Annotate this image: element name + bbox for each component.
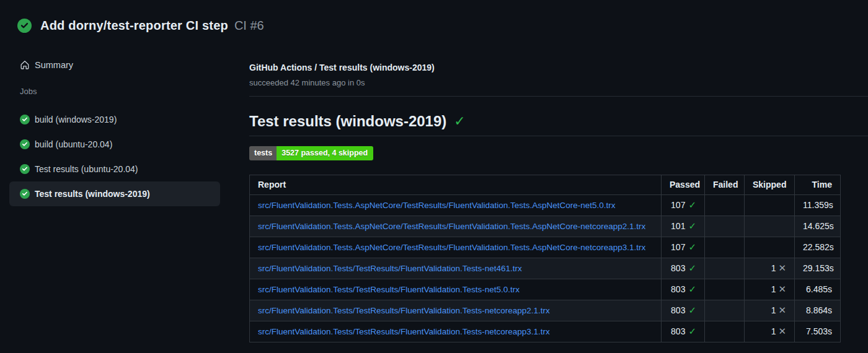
time-cell: 14.625s xyxy=(795,216,841,237)
failed-cell xyxy=(705,279,745,300)
passed-check-icon: ✓ xyxy=(688,284,696,294)
report-cell: src/FluentValidation.Tests.AspNetCore/Te… xyxy=(250,216,662,237)
passed-check-icon: ✓ xyxy=(688,263,696,273)
column-header: Failed xyxy=(705,175,745,194)
failed-cell xyxy=(705,194,745,216)
check-circle-icon xyxy=(20,164,30,174)
skipped-x-icon: ✕ xyxy=(778,284,786,294)
check-icon: ✓ xyxy=(454,115,465,128)
sidebar-job-label: Test results (ubuntu-20.04) xyxy=(35,164,138,174)
jobs-list: build (windows-2019)build (ubuntu-20.04)… xyxy=(0,107,236,206)
count-value: 1 xyxy=(771,263,776,273)
passed-check-icon: ✓ xyxy=(688,199,696,210)
time-cell: 11.359s xyxy=(795,194,841,216)
skipped-cell xyxy=(745,194,795,216)
passed-check-icon: ✓ xyxy=(688,220,696,231)
section-heading-text: Test results (windows-2019) xyxy=(249,113,446,130)
time-cell: 8.864s xyxy=(795,300,841,321)
report-link[interactable]: src/FluentValidation.Tests/TestResults/F… xyxy=(258,264,522,273)
passed-check-icon: ✓ xyxy=(688,305,696,315)
passed-check-icon: ✓ xyxy=(688,326,696,336)
skipped-cell: 1✕ xyxy=(745,300,795,321)
jobs-heading: Jobs xyxy=(0,87,236,98)
badge-label: tests xyxy=(249,146,277,160)
table-row: src/FluentValidation.Tests/TestResults/F… xyxy=(250,300,841,321)
skipped-cell: 1✕ xyxy=(745,321,795,342)
count-value: 107 xyxy=(671,242,685,252)
report-link[interactable]: src/FluentValidation.Tests/TestResults/F… xyxy=(258,327,550,336)
count-value: 107 xyxy=(671,200,685,210)
failed-cell xyxy=(705,216,745,237)
passed-cell: 803✓ xyxy=(662,258,705,279)
run-ref: CI #6 xyxy=(234,19,264,33)
run-header: Add dorny/test-reporter CI step CI #6 xyxy=(17,19,264,33)
count-value: 803 xyxy=(671,284,685,294)
table-row: src/FluentValidation.Tests/TestResults/F… xyxy=(250,258,841,279)
report-cell: src/FluentValidation.Tests.AspNetCore/Te… xyxy=(250,237,662,258)
passed-cell: 803✓ xyxy=(662,279,705,300)
failed-cell xyxy=(705,300,745,321)
time-cell: 29.153s xyxy=(795,258,841,279)
section-heading: Test results (windows-2019) ✓ xyxy=(249,113,868,136)
passed-check-icon: ✓ xyxy=(688,242,696,252)
report-cell: src/FluentValidation.Tests/TestResults/F… xyxy=(250,258,662,279)
count-value: 101 xyxy=(671,221,685,231)
table-row: src/FluentValidation.Tests.AspNetCore/Te… xyxy=(250,216,841,237)
test-results-table: ReportPassedFailedSkippedTime src/Fluent… xyxy=(249,175,841,342)
check-circle-icon xyxy=(20,115,30,124)
time-cell: 22.582s xyxy=(795,237,841,258)
home-icon xyxy=(20,60,30,70)
column-header: Report xyxy=(250,175,662,194)
report-cell: src/FluentValidation.Tests/TestResults/F… xyxy=(250,279,662,300)
sidebar-summary-label: Summary xyxy=(35,60,73,70)
report-link[interactable]: src/FluentValidation.Tests/TestResults/F… xyxy=(258,306,550,315)
run-title: Add dorny/test-reporter CI step xyxy=(40,19,228,33)
failed-cell xyxy=(705,258,745,279)
table-body: src/FluentValidation.Tests.AspNetCore/Te… xyxy=(250,194,841,342)
failed-cell xyxy=(705,321,745,342)
skipped-cell: 1✕ xyxy=(745,279,795,300)
report-cell: src/FluentValidation.Tests/TestResults/F… xyxy=(250,300,662,321)
count-value: 803 xyxy=(671,263,685,273)
table-row: src/FluentValidation.Tests/TestResults/F… xyxy=(250,279,841,300)
report-link[interactable]: src/FluentValidation.Tests.AspNetCore/Te… xyxy=(258,222,645,231)
report-link[interactable]: src/FluentValidation.Tests.AspNetCore/Te… xyxy=(258,243,645,252)
skipped-cell xyxy=(745,237,795,258)
sidebar-item-job[interactable]: build (ubuntu-20.04) xyxy=(9,132,220,157)
tests-badge: tests 3527 passed, 4 skipped xyxy=(249,146,373,160)
table-header-row: ReportPassedFailedSkippedTime xyxy=(250,175,841,194)
sidebar-job-label: build (ubuntu-20.04) xyxy=(35,139,112,149)
sidebar-item-job[interactable]: build (windows-2019) xyxy=(9,107,220,132)
count-value: 803 xyxy=(671,305,685,315)
sidebar-job-label: Test results (windows-2019) xyxy=(35,189,150,199)
sidebar-item-summary[interactable]: Summary xyxy=(0,53,236,77)
skipped-cell: 1✕ xyxy=(745,258,795,279)
table-row: src/FluentValidation.Tests/TestResults/F… xyxy=(250,321,841,342)
passed-cell: 101✓ xyxy=(662,216,705,237)
table-row: src/FluentValidation.Tests.AspNetCore/Te… xyxy=(250,237,841,258)
skipped-x-icon: ✕ xyxy=(778,326,786,336)
report-cell: src/FluentValidation.Tests/TestResults/F… xyxy=(250,321,662,342)
report-link[interactable]: src/FluentValidation.Tests.AspNetCore/Te… xyxy=(258,201,616,210)
main-content: GitHub Actions / Test results (windows-2… xyxy=(249,62,868,342)
check-circle-icon xyxy=(20,139,30,149)
column-header: Time xyxy=(795,175,841,194)
failed-cell xyxy=(705,237,745,258)
table-row: src/FluentValidation.Tests.AspNetCore/Te… xyxy=(250,194,841,216)
divider xyxy=(249,96,868,97)
check-circle-icon xyxy=(20,189,30,199)
count-value: 1 xyxy=(771,326,776,336)
skipped-x-icon: ✕ xyxy=(778,263,786,273)
count-value: 803 xyxy=(671,326,685,336)
badge-value: 3527 passed, 4 skipped xyxy=(277,146,373,160)
sidebar-job-label: build (windows-2019) xyxy=(35,115,117,124)
passed-cell: 107✓ xyxy=(662,194,705,216)
column-header: Passed xyxy=(662,175,705,194)
sidebar-item-job[interactable]: Test results (windows-2019) xyxy=(9,181,220,206)
count-value: 1 xyxy=(771,284,776,294)
check-circle-fill-icon xyxy=(17,19,32,33)
sidebar-item-job[interactable]: Test results (ubuntu-20.04) xyxy=(9,157,220,181)
passed-cell: 107✓ xyxy=(662,237,705,258)
skipped-x-icon: ✕ xyxy=(778,305,786,315)
report-link[interactable]: src/FluentValidation.Tests/TestResults/F… xyxy=(258,285,520,294)
